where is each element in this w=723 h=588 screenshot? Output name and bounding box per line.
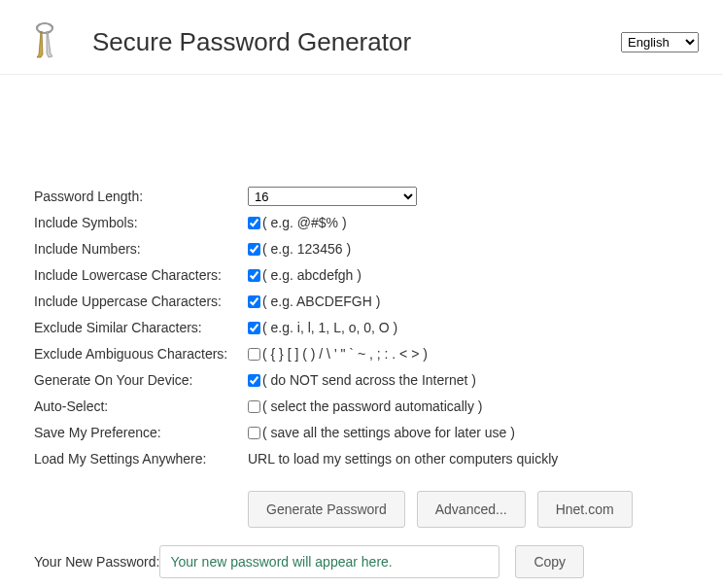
autoselect-row: Auto-Select: ( select the password autom…: [34, 397, 689, 416]
similar-hint: ( e.g. i, l, 1, L, o, 0, O ): [262, 320, 397, 335]
hnet-button[interactable]: Hnet.com: [537, 491, 633, 528]
keys-icon: [24, 21, 65, 62]
copy-button[interactable]: Copy: [515, 545, 584, 578]
output-row: Your New Password: Copy: [34, 545, 689, 578]
lowercase-row: Include Lowercase Characters: ( e.g. abc…: [34, 265, 689, 285]
autoselect-checkbox[interactable]: [248, 400, 260, 413]
autoselect-label: Auto-Select:: [34, 398, 248, 414]
uppercase-label: Include Uppercase Characters:: [34, 294, 248, 309]
numbers-label: Include Numbers:: [34, 241, 248, 257]
language-select[interactable]: English: [621, 32, 699, 52]
advanced-button[interactable]: Advanced...: [417, 491, 526, 528]
symbols-hint: ( e.g. @#$% ): [262, 215, 347, 230]
autoselect-hint: ( select the password automatically ): [262, 398, 482, 414]
generate-button[interactable]: Generate Password: [248, 491, 405, 528]
load-text: URL to load my settings on other compute…: [248, 451, 558, 467]
symbols-row: Include Symbols: ( e.g. @#$% ): [34, 213, 689, 232]
load-row: Load My Settings Anywhere: URL to load m…: [34, 449, 689, 468]
length-label: Password Length:: [34, 189, 248, 204]
similar-label: Exclude Similar Characters:: [34, 320, 248, 335]
ambiguous-row: Exclude Ambiguous Characters: ( { } [ ] …: [34, 344, 689, 363]
uppercase-checkbox[interactable]: [248, 295, 260, 308]
content: Password Length: 16 Include Symbols: ( e…: [0, 75, 723, 588]
save-hint: ( save all the settings above for later …: [262, 425, 515, 440]
lowercase-label: Include Lowercase Characters:: [34, 267, 248, 283]
output-label: Your New Password:: [34, 554, 159, 570]
device-row: Generate On Your Device: ( do NOT send a…: [34, 370, 689, 390]
lowercase-hint: ( e.g. abcdefgh ): [262, 267, 362, 283]
device-checkbox[interactable]: [248, 374, 260, 387]
header: Secure Password Generator English: [0, 0, 723, 75]
length-row: Password Length: 16: [34, 187, 689, 206]
length-select[interactable]: 16: [248, 187, 417, 206]
header-left: Secure Password Generator: [24, 21, 411, 62]
ambiguous-label: Exclude Ambiguous Characters:: [34, 346, 248, 362]
lowercase-checkbox[interactable]: [248, 269, 260, 282]
device-hint: ( do NOT send across the Internet ): [262, 372, 476, 388]
button-row: Generate Password Advanced... Hnet.com: [248, 491, 689, 528]
save-checkbox[interactable]: [248, 427, 260, 439]
ambiguous-checkbox[interactable]: [248, 348, 260, 361]
password-output[interactable]: [159, 545, 499, 578]
page-title: Secure Password Generator: [92, 27, 411, 57]
numbers-hint: ( e.g. 123456 ): [262, 241, 351, 257]
ambiguous-hint: ( { } [ ] ( ) / \ ' " ` ~ , ; : . < > ): [262, 346, 428, 362]
save-row: Save My Preference: ( save all the setti…: [34, 423, 689, 442]
symbols-checkbox[interactable]: [248, 217, 260, 229]
numbers-checkbox[interactable]: [248, 243, 260, 256]
svg-point-0: [37, 23, 52, 33]
numbers-row: Include Numbers: ( e.g. 123456 ): [34, 239, 689, 259]
similar-checkbox[interactable]: [248, 322, 260, 334]
uppercase-row: Include Uppercase Characters: ( e.g. ABC…: [34, 292, 689, 311]
uppercase-hint: ( e.g. ABCDEFGH ): [262, 294, 380, 309]
device-label: Generate On Your Device:: [34, 372, 248, 388]
symbols-label: Include Symbols:: [34, 215, 248, 230]
similar-row: Exclude Similar Characters: ( e.g. i, l,…: [34, 318, 689, 337]
load-label: Load My Settings Anywhere:: [34, 451, 248, 467]
save-label: Save My Preference:: [34, 425, 248, 440]
